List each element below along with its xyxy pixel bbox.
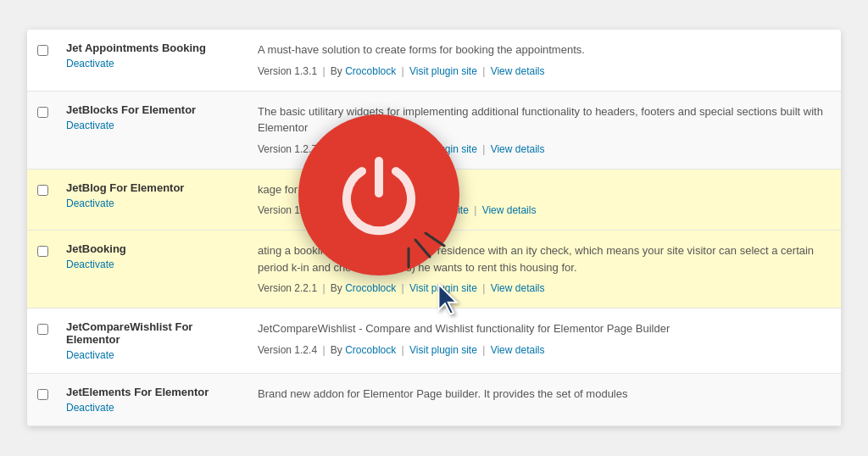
- plugin-desc-cell: Brand new addon for Elementor Page build…: [244, 374, 841, 426]
- plugin-checkbox-cell: [27, 169, 58, 231]
- plugin-meta: Version 1.3.1 | By Crocoblock | Visit pl…: [258, 64, 827, 79]
- separator: |: [320, 65, 328, 77]
- author-link[interactable]: Crocoblock: [345, 282, 396, 294]
- plugin-checkbox-cell: [27, 374, 58, 426]
- plugin-action: Deactivate: [66, 197, 236, 209]
- plugin-link[interactable]: View details: [491, 65, 545, 77]
- plugin-checkbox[interactable]: [37, 107, 48, 118]
- deactivate-link[interactable]: Deactivate: [66, 120, 114, 131]
- plugin-link[interactable]: Visit plugin site: [409, 143, 477, 155]
- plugin-info-cell: JetBlocks For ElementorDeactivate: [58, 91, 244, 169]
- separator: |: [390, 204, 398, 216]
- plugin-description: kage for Elementor Page Builder: [258, 181, 827, 198]
- separator: |: [311, 204, 320, 216]
- deactivate-link[interactable]: Deactivate: [66, 259, 114, 270]
- separator: |: [398, 143, 407, 155]
- plugin-desc-cell: The basic utilitary widgets for implemen…: [244, 91, 841, 169]
- plugin-checkbox[interactable]: [37, 246, 48, 257]
- separator: |: [320, 344, 328, 356]
- author-link[interactable]: Crocoblock: [345, 143, 396, 155]
- table-row: JetBookingDeactivateating a booking func…: [27, 231, 841, 309]
- plugin-action: Deactivate: [66, 120, 236, 131]
- plugin-link[interactable]: Visit plugin site: [401, 204, 469, 216]
- plugin-link[interactable]: Visit plugin site: [409, 344, 477, 356]
- plugin-info-cell: JetElements For ElementorDeactivate: [58, 374, 244, 426]
- plugin-link[interactable]: Visit plugin site: [409, 282, 477, 294]
- plugin-desc-cell: ating a booking functionality for your r…: [244, 231, 841, 309]
- plugin-info-cell: JetBookingDeactivate: [58, 231, 244, 309]
- deactivate-link[interactable]: Deactivate: [66, 58, 114, 70]
- separator: |: [480, 344, 488, 356]
- plugin-info-cell: JetBlog For ElementorDeactivate: [58, 169, 244, 231]
- separator: |: [320, 143, 328, 155]
- plugin-action: Deactivate: [66, 58, 236, 70]
- plugin-link[interactable]: View details: [491, 344, 545, 356]
- plugin-checkbox[interactable]: [37, 324, 48, 335]
- plugin-name: JetElements For Elementor: [66, 386, 236, 398]
- plugin-link[interactable]: Visit plugin site: [409, 65, 477, 77]
- plugin-description: Brand new addon for Elementor Page build…: [258, 386, 827, 403]
- plugin-name: Jet Appointments Booking: [66, 42, 236, 54]
- separator: |: [480, 282, 488, 294]
- plugin-info-cell: Jet Appointments BookingDeactivate: [58, 30, 244, 91]
- table-row: JetBlog For ElementorDeactivatekage for …: [27, 169, 841, 231]
- plugin-description: ating a booking functionality for your r…: [258, 242, 827, 275]
- plugin-checkbox-cell: [27, 30, 58, 91]
- separator: |: [480, 65, 488, 77]
- author-link[interactable]: Crocoblock: [337, 204, 387, 216]
- plugin-name: JetBlog For Elementor: [66, 181, 236, 194]
- plugin-meta: Version 1.2.4 | By Crocoblock | Visit pl…: [258, 342, 827, 358]
- plugin-version: Version 1.2.4: [258, 344, 317, 356]
- by-label: By: [322, 204, 337, 216]
- plugin-link[interactable]: View details: [491, 143, 545, 155]
- plugin-version: Version 1.2.7: [258, 143, 317, 155]
- separator: |: [398, 282, 407, 294]
- author-link[interactable]: Crocoblock: [345, 344, 396, 356]
- separator: |: [471, 204, 480, 216]
- plugin-version: Version 1.2: [258, 204, 309, 216]
- plugin-checkbox-cell: [27, 309, 58, 374]
- plugin-meta: Version 1.2 | By Crocoblock | Visit plug…: [258, 203, 827, 218]
- plugin-description: A must-have solution to create forms for…: [258, 42, 827, 58]
- deactivate-link[interactable]: Deactivate: [66, 402, 114, 414]
- plugin-version: Version 1.3.1: [258, 65, 317, 77]
- plugin-link[interactable]: View details: [491, 282, 545, 294]
- plugin-checkbox[interactable]: [37, 389, 48, 400]
- plugin-meta: Version 1.2.7 | By Crocoblock | Visit pl…: [258, 142, 827, 157]
- plugins-table-container: Jet Appointments BookingDeactivateA must…: [27, 30, 841, 426]
- plugin-link[interactable]: View details: [482, 204, 537, 216]
- plugin-name: JetBlocks For Elementor: [66, 103, 236, 116]
- deactivate-link[interactable]: Deactivate: [66, 349, 114, 361]
- separator: |: [320, 282, 328, 294]
- table-row: JetElements For ElementorDeactivateBrand…: [27, 374, 841, 426]
- plugin-desc-cell: JetCompareWishlist - Compare and Wishlis…: [244, 309, 841, 374]
- plugin-checkbox-cell: [27, 91, 58, 169]
- by-label: By: [331, 282, 345, 294]
- plugin-version: Version 2.2.1: [258, 282, 317, 294]
- plugin-action: Deactivate: [66, 349, 236, 361]
- table-row: JetCompareWishlist For ElementorDeactiva…: [27, 309, 841, 374]
- author-link[interactable]: Crocoblock: [345, 65, 396, 77]
- by-label: By: [331, 344, 345, 356]
- plugin-description: JetCompareWishlist - Compare and Wishlis…: [258, 320, 827, 337]
- plugin-info-cell: JetCompareWishlist For ElementorDeactiva…: [58, 309, 244, 374]
- separator: |: [398, 65, 407, 77]
- plugin-table: Jet Appointments BookingDeactivateA must…: [27, 30, 841, 426]
- plugin-desc-cell: kage for Elementor Page BuilderVersion 1…: [244, 169, 841, 231]
- plugin-checkbox[interactable]: [37, 185, 48, 196]
- plugin-checkbox[interactable]: [37, 45, 48, 56]
- separator: |: [480, 143, 488, 155]
- plugin-desc-cell: A must-have solution to create forms for…: [244, 30, 841, 91]
- plugin-description: The basic utilitary widgets for implemen…: [258, 103, 827, 136]
- deactivate-link[interactable]: Deactivate: [66, 197, 114, 209]
- plugin-name: JetCompareWishlist For Elementor: [66, 320, 236, 346]
- plugin-meta: Version 2.2.1 | By Crocoblock | Visit pl…: [258, 281, 827, 296]
- table-row: JetBlocks For ElementorDeactivateThe bas…: [27, 91, 841, 169]
- plugin-name: JetBooking: [66, 242, 236, 255]
- table-row: Jet Appointments BookingDeactivateA must…: [27, 30, 841, 91]
- separator: |: [398, 344, 407, 356]
- by-label: By: [331, 65, 345, 77]
- plugin-checkbox-cell: [27, 231, 58, 309]
- plugin-action: Deactivate: [66, 259, 236, 270]
- by-label: By: [331, 143, 345, 155]
